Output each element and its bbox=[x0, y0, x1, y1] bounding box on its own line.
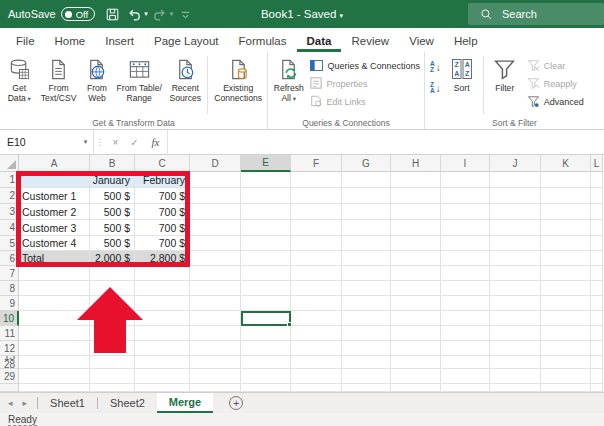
cell-E9[interactable] bbox=[241, 296, 291, 311]
advanced-filter-button[interactable]: Advanced bbox=[524, 93, 587, 111]
cell-I1[interactable] bbox=[441, 172, 490, 188]
cell-L2[interactable] bbox=[591, 188, 603, 204]
save-button[interactable] bbox=[102, 4, 122, 24]
row-header-7[interactable]: 7 bbox=[0, 266, 19, 281]
cell-J10[interactable] bbox=[490, 311, 541, 326]
cell-L4[interactable] bbox=[591, 220, 603, 236]
cell-D7[interactable] bbox=[190, 266, 241, 281]
tab-insert[interactable]: Insert bbox=[95, 31, 144, 52]
cell-I11[interactable] bbox=[441, 326, 490, 341]
cell-F3[interactable] bbox=[291, 204, 342, 220]
redo-dropdown[interactable]: ▾ bbox=[170, 10, 174, 18]
cell-F11[interactable] bbox=[291, 326, 342, 341]
cell-K2[interactable] bbox=[541, 188, 591, 204]
cell-L9[interactable] bbox=[591, 296, 603, 311]
sheet-tab-merge[interactable]: Merge bbox=[157, 393, 213, 413]
cell-D2[interactable] bbox=[190, 188, 241, 204]
cell-K8[interactable] bbox=[541, 281, 591, 296]
cell-J29[interactable] bbox=[490, 369, 541, 384]
cell-G5[interactable] bbox=[342, 236, 391, 251]
cell-K4[interactable] bbox=[541, 220, 591, 236]
sort-descending-button[interactable]: ZA↓ bbox=[430, 79, 441, 97]
cell-D3[interactable] bbox=[190, 204, 241, 220]
cell-I12[interactable] bbox=[441, 341, 490, 356]
cell-H9[interactable] bbox=[391, 296, 441, 311]
cell-H2[interactable] bbox=[391, 188, 441, 204]
cell-L7[interactable] bbox=[591, 266, 603, 281]
cell-K5[interactable] bbox=[541, 236, 591, 251]
row-header-12[interactable]: 12 bbox=[0, 341, 19, 356]
cell-J13[interactable] bbox=[490, 356, 541, 369]
cell-F12[interactable] bbox=[291, 341, 342, 356]
cell-H3[interactable] bbox=[391, 204, 441, 220]
cell-F8[interactable] bbox=[291, 281, 342, 296]
column-header-E[interactable]: E bbox=[241, 155, 291, 172]
cell-H1[interactable] bbox=[391, 172, 441, 188]
undo-dropdown[interactable]: ▾ bbox=[144, 10, 148, 18]
row-header-8[interactable]: 8 bbox=[0, 281, 19, 296]
cell-I29[interactable] bbox=[441, 369, 490, 384]
cell-J12[interactable] bbox=[490, 341, 541, 356]
cell-B7[interactable] bbox=[90, 266, 135, 281]
cell-E5[interactable] bbox=[241, 236, 291, 251]
select-all-button[interactable] bbox=[0, 155, 19, 172]
cell-C12[interactable] bbox=[135, 341, 190, 356]
cell-F13[interactable] bbox=[291, 356, 342, 369]
from-web-button[interactable]: From Web bbox=[81, 54, 114, 116]
column-header-F[interactable]: F bbox=[291, 155, 342, 172]
tab-page-layout[interactable]: Page Layout bbox=[144, 31, 229, 52]
cell-K11[interactable] bbox=[541, 326, 591, 341]
cell-E4[interactable] bbox=[241, 220, 291, 236]
name-box[interactable]: E10 bbox=[0, 130, 78, 154]
cell-E12[interactable] bbox=[241, 341, 291, 356]
enter-button[interactable]: ✓ bbox=[125, 130, 144, 154]
spreadsheet-grid[interactable]: ABCDEFGHIJKL1JanuaryFebruary2Customer 15… bbox=[0, 155, 604, 392]
undo-button[interactable] bbox=[124, 4, 144, 24]
sheet-nav-right-icon[interactable]: ▸ bbox=[23, 398, 28, 408]
cell-I2[interactable] bbox=[441, 188, 490, 204]
formula-input[interactable] bbox=[168, 130, 604, 154]
cell-C11[interactable] bbox=[135, 326, 190, 341]
cell-E6[interactable] bbox=[241, 251, 291, 266]
cell-F9[interactable] bbox=[291, 296, 342, 311]
column-header-H[interactable]: H bbox=[391, 155, 441, 172]
column-header-K[interactable]: K bbox=[541, 155, 591, 172]
cell-K1[interactable] bbox=[541, 172, 591, 188]
cell-L5[interactable] bbox=[591, 236, 603, 251]
tab-data[interactable]: Data bbox=[297, 31, 342, 52]
cell-I10[interactable] bbox=[441, 311, 490, 326]
tab-help[interactable]: Help bbox=[444, 31, 488, 52]
cell-F4[interactable] bbox=[291, 220, 342, 236]
cell-F10[interactable] bbox=[291, 311, 342, 326]
column-header-I[interactable]: I bbox=[441, 155, 490, 172]
sort-ascending-button[interactable]: AZ↓ bbox=[430, 58, 441, 76]
column-header-G[interactable]: G bbox=[342, 155, 391, 172]
cell-F2[interactable] bbox=[291, 188, 342, 204]
cell-J9[interactable] bbox=[490, 296, 541, 311]
cell-E29[interactable] bbox=[241, 369, 291, 384]
cell-E11[interactable] bbox=[241, 326, 291, 341]
cell-I5[interactable] bbox=[441, 236, 490, 251]
cell-F29[interactable] bbox=[291, 369, 342, 384]
cell-D10[interactable] bbox=[190, 311, 241, 326]
cell-L29[interactable] bbox=[591, 369, 603, 384]
cell-C7[interactable] bbox=[135, 266, 190, 281]
sheet-nav-left-icon[interactable]: ◂ bbox=[8, 398, 13, 408]
cell-C9[interactable] bbox=[135, 296, 190, 311]
cell-D5[interactable] bbox=[190, 236, 241, 251]
column-header-C[interactable]: C bbox=[135, 155, 190, 172]
cell-H7[interactable] bbox=[391, 266, 441, 281]
cell-I13[interactable] bbox=[441, 356, 490, 369]
cell-I9[interactable] bbox=[441, 296, 490, 311]
cell-G3[interactable] bbox=[342, 204, 391, 220]
recent-sources-button[interactable]: Recent Sources bbox=[165, 54, 205, 116]
cell-L8[interactable] bbox=[591, 281, 603, 296]
cell-G9[interactable] bbox=[342, 296, 391, 311]
cell-G7[interactable] bbox=[342, 266, 391, 281]
cell-K3[interactable] bbox=[541, 204, 591, 220]
redo-button[interactable] bbox=[150, 4, 170, 24]
column-header-B[interactable]: B bbox=[90, 155, 135, 172]
cell-D11[interactable] bbox=[190, 326, 241, 341]
cell-C10[interactable] bbox=[135, 311, 190, 326]
cell-G13[interactable] bbox=[342, 356, 391, 369]
